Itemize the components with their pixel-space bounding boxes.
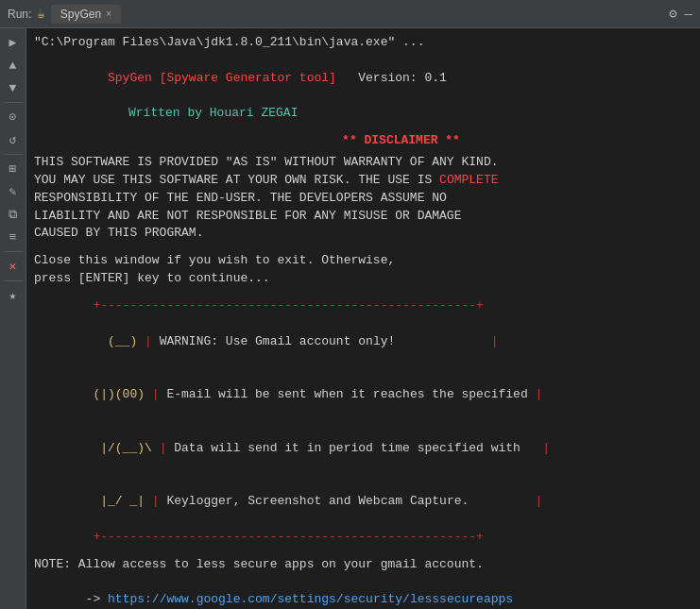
- tab-label: SpyGen: [60, 8, 101, 21]
- delete-button[interactable]: ✕: [3, 256, 24, 277]
- toolbar-sep-2: [4, 154, 23, 155]
- console-output: "C:\Program Files\Java\jdk1.8.0_211\bin\…: [26, 28, 700, 609]
- pin-button[interactable]: ★: [3, 285, 24, 306]
- spygen-tab[interactable]: SpyGen ×: [51, 5, 121, 24]
- toolbar-sep-4: [4, 280, 23, 281]
- toolbar-sep-1: [4, 102, 23, 103]
- security-link[interactable]: https://www.google.com/settings/security…: [108, 592, 513, 606]
- run-label: Run:: [8, 8, 31, 21]
- copy-button[interactable]: ⧉: [3, 204, 24, 225]
- disclaimer-line1: THIS SOFTWARE IS PROVIDED "AS IS" WITHOU…: [34, 154, 692, 172]
- refresh-button[interactable]: ↺: [3, 129, 24, 150]
- gear-icon[interactable]: ⚙: [669, 6, 676, 22]
- disclaimer-line4: LIABILITY AND ARE NOT RESPONSIBLE FOR AN…: [34, 208, 692, 226]
- box-row2: (|)(00) | E-mail will be sent when it re…: [34, 368, 692, 422]
- java-path-line: "C:\Program Files\Java\jdk1.8.0_211\bin\…: [34, 34, 692, 52]
- edit-button[interactable]: ✎: [3, 181, 24, 202]
- box-row1: (__) | WARNING: Use Gmail account only! …: [34, 315, 692, 369]
- toolbar-sep-3: [4, 251, 23, 252]
- title-bar-right: ⚙ —: [669, 6, 692, 22]
- spygen-title-line: SpyGen [Spyware Generator tool] Version:…: [34, 52, 692, 106]
- disclaimer-line3: RESPONSIBILITY OF THE END-USER. THE DEVE…: [34, 190, 692, 208]
- author-line: Written by Houari ZEGAI: [34, 105, 692, 123]
- exit-line2: press [ENTER] key to continue...: [34, 270, 692, 288]
- up-button[interactable]: ▲: [3, 55, 24, 76]
- minimize-icon[interactable]: —: [685, 7, 692, 22]
- disclaimer-header: ** DISCLAIMER **: [110, 132, 692, 150]
- spygen-label: SpyGen [Spyware Generator tool]: [78, 71, 358, 85]
- down-button[interactable]: ▼: [3, 77, 24, 98]
- link-line: -> https://www.google.com/settings/secur…: [34, 574, 692, 609]
- box-row4: |_/ _| | Keylogger, Screenshot and Webca…: [34, 475, 692, 529]
- box-bottom: +---------------------------------------…: [34, 529, 692, 547]
- exit-line1: Close this window if you wish to exit. O…: [34, 252, 692, 270]
- play-button[interactable]: ▶: [3, 32, 24, 53]
- box-row3: |/(__)\ | Data will send it in period ti…: [34, 422, 692, 476]
- box-top: +---------------------------------------…: [34, 297, 692, 315]
- version-label: Version: 0.1: [358, 71, 447, 85]
- tab-close-icon[interactable]: ×: [106, 8, 111, 19]
- main-layout: ▶ ▲ ▼ ⊙ ↺ ⊞ ✎ ⧉ ≡ ✕ ★ "C:\Program Files\…: [0, 28, 700, 609]
- camera-button[interactable]: ⊙: [3, 107, 24, 127]
- title-bar-left: Run: ☕ SpyGen ×: [8, 5, 669, 24]
- left-toolbar: ▶ ▲ ▼ ⊙ ↺ ⊞ ✎ ⧉ ≡ ✕ ★: [0, 28, 26, 609]
- note-line: NOTE: Allow access to less secure apps o…: [34, 556, 692, 574]
- title-bar: Run: ☕ SpyGen × ⚙ —: [0, 0, 700, 28]
- disclaimer-line2: YOU MAY USE THIS SOFTWARE AT YOUR OWN RI…: [34, 172, 692, 190]
- disclaimer-line5: CAUSED BY THIS PROGRAM.: [34, 225, 692, 243]
- grid-button[interactable]: ⊞: [3, 159, 24, 179]
- menu-button[interactable]: ≡: [3, 227, 24, 247]
